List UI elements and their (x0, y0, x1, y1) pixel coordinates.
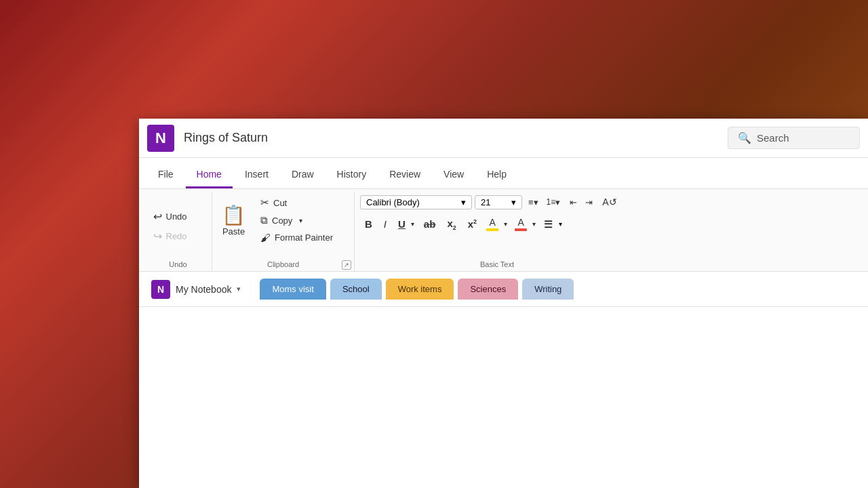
font-size-chevron-icon: ▾ (511, 197, 516, 207)
list-buttons: ≡▾ 1≡▾ (525, 195, 564, 209)
format-painter-icon: 🖌 (260, 232, 271, 243)
clear-formatting-icon: A↺ (602, 197, 616, 207)
basic-text-group-label: Basic Text (480, 260, 514, 268)
font-chevron-icon: ▾ (461, 197, 466, 207)
title-bar: N Rings of Saturn 🔍 Search (139, 119, 868, 158)
cut-icon: ✂ (260, 197, 269, 209)
ribbon-group-basic-text: Calibri (Body) ▾ 21 ▾ ≡▾ 1≡▾ (355, 192, 639, 271)
numbered-list-button[interactable]: 1≡▾ (543, 195, 564, 209)
italic-button[interactable]: I (379, 216, 391, 232)
copy-row: ⧉ Copy ▾ (255, 212, 350, 228)
bold-button[interactable]: B (360, 216, 377, 232)
redo-label: Redo (166, 231, 187, 241)
clipboard-group-label: Clipboard (267, 260, 299, 268)
highlight-dropdown-button[interactable]: ▾ (501, 218, 510, 230)
underline-dropdown-button[interactable]: ▾ (408, 218, 417, 230)
search-box[interactable]: 🔍 Search (728, 127, 860, 149)
cut-label: Cut (273, 198, 287, 208)
font-row: Calibri (Body) ▾ 21 ▾ ≡▾ 1≡▾ (360, 195, 634, 212)
tab-review[interactable]: Review (378, 163, 431, 188)
font-color-icon: A (517, 217, 524, 228)
bullet-list-button[interactable]: ≡▾ (525, 195, 542, 209)
onenote-window: N Rings of Saturn 🔍 Search File Home Ins… (139, 119, 868, 488)
undo-label: Undo (166, 211, 187, 222)
strikethrough-icon: ab (424, 218, 436, 230)
superscript-icon: x2 (468, 218, 477, 230)
font-selector[interactable]: Calibri (Body) ▾ (360, 195, 472, 209)
clipboard-buttons: 📋 Paste ✂ Cut ⧉ Copy ▾ (216, 195, 350, 270)
redo-button[interactable]: ↪ Redo (148, 227, 209, 245)
ribbon-content: ↩ Undo ↪ Redo Undo 📋 Paste (139, 189, 868, 272)
ribbon-group-clipboard: 📋 Paste ✂ Cut ⧉ Copy ▾ (212, 192, 355, 271)
highlight-main-button[interactable]: A (484, 215, 501, 233)
format-painter-button[interactable]: 🖌 Format Painter (255, 230, 350, 245)
highlight-color-bar (486, 228, 498, 231)
alignment-icon: ☰ (544, 218, 553, 230)
notebook-icon: N (151, 280, 170, 299)
onenote-logo: N (147, 125, 174, 152)
font-color-bar (515, 228, 527, 231)
undo-buttons: ↩ Undo ↪ Redo (148, 195, 209, 270)
highlight-button: A ▾ (484, 215, 510, 233)
search-label: Search (757, 132, 789, 144)
text-format-row: B I U ▾ ab x2 x2 (360, 215, 634, 233)
bullet-list-icon: ≡ (528, 197, 534, 207)
copy-dropdown-button[interactable]: ▾ (295, 215, 307, 226)
indent-buttons: ⇤ ⇥ (566, 195, 596, 209)
tab-view[interactable]: View (433, 163, 475, 188)
decrease-indent-button[interactable]: ⇤ (566, 195, 580, 209)
clipboard-expand-button[interactable]: ↗ (342, 260, 351, 270)
section-tab-work[interactable]: Work items (386, 279, 454, 300)
notebook-tabs-bar: N My Notebook ▾ Moms visit School Work i… (139, 272, 868, 307)
undo-col: ↩ Undo ↪ Redo (148, 207, 209, 245)
font-color-main-button[interactable]: A (512, 215, 530, 233)
strikethrough-button[interactable]: ab (419, 216, 441, 232)
tab-insert[interactable]: Insert (234, 163, 279, 188)
ribbon-group-undo: ↩ Undo ↪ Redo Undo (144, 192, 212, 271)
section-tab-sciences[interactable]: Sciences (458, 279, 518, 300)
clipboard-right: ✂ Cut ⧉ Copy ▾ 🖌 Format Painter (255, 195, 350, 258)
clear-formatting-button[interactable]: A↺ (599, 195, 620, 209)
paste-label: Paste (222, 226, 245, 237)
redo-icon: ↪ (153, 230, 162, 243)
tab-draw[interactable]: Draw (281, 163, 325, 188)
alignment-dropdown-button[interactable]: ▾ (556, 218, 565, 230)
underline-button: U ▾ (393, 216, 417, 232)
paste-button[interactable]: 📋 Paste (216, 203, 251, 249)
notebook-selector[interactable]: N My Notebook ▾ (144, 276, 248, 303)
copy-label: Copy (272, 216, 292, 226)
undo-button[interactable]: ↩ Undo (148, 207, 209, 226)
highlight-icon: A (489, 217, 495, 228)
notebook-name: My Notebook (176, 284, 231, 295)
tab-help[interactable]: Help (476, 163, 517, 188)
section-tab-moms[interactable]: Moms visit (260, 279, 326, 300)
tab-history[interactable]: History (326, 163, 378, 188)
font-size-selector[interactable]: 21 ▾ (475, 195, 522, 209)
alignment-main-button[interactable]: ☰ (540, 216, 556, 232)
increase-indent-button[interactable]: ⇥ (582, 195, 596, 209)
subscript-icon: x2 (447, 218, 456, 231)
bold-icon: B (365, 218, 372, 230)
superscript-button[interactable]: x2 (463, 216, 481, 232)
increase-indent-icon: ⇥ (585, 197, 593, 207)
underline-main-button[interactable]: U (393, 216, 408, 232)
format-painter-label: Format Painter (275, 232, 333, 243)
paste-icon: 📋 (222, 206, 245, 225)
cut-button[interactable]: ✂ Cut (255, 195, 350, 211)
copy-icon: ⧉ (260, 214, 268, 226)
decrease-indent-icon: ⇤ (570, 197, 577, 207)
tab-file[interactable]: File (147, 163, 184, 188)
search-icon: 🔍 (738, 131, 751, 144)
numbered-list-icon: 1≡ (547, 197, 556, 207)
font-size-value: 21 (481, 197, 490, 207)
ribbon-tabs: File Home Insert Draw History Review Vie… (139, 158, 868, 189)
tab-home[interactable]: Home (186, 163, 233, 188)
italic-icon: I (384, 218, 387, 230)
font-color-dropdown-button[interactable]: ▾ (530, 218, 538, 230)
subscript-button[interactable]: x2 (442, 216, 460, 233)
section-tab-school[interactable]: School (330, 279, 382, 300)
undo-group-label: Undo (169, 260, 186, 268)
section-tab-writing[interactable]: Writing (522, 279, 574, 300)
copy-button[interactable]: ⧉ Copy (255, 212, 295, 228)
content-area (139, 307, 868, 488)
